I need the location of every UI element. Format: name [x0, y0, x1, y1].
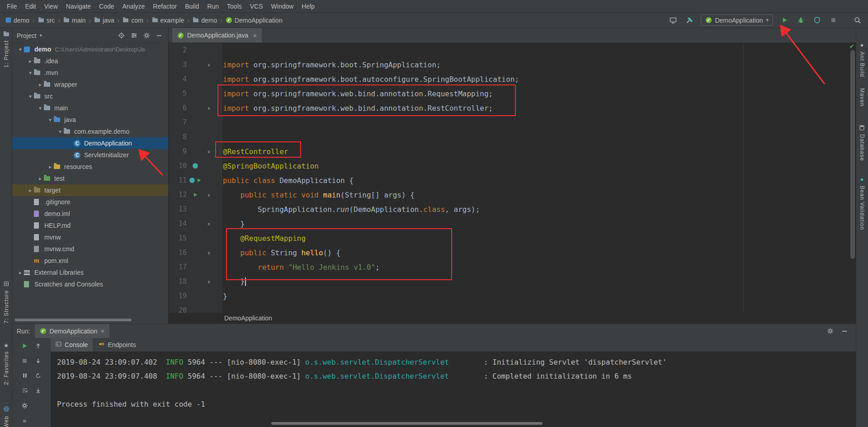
breadcrumb-item-main[interactable]: main: [63, 17, 85, 24]
run-button[interactable]: [779, 15, 789, 25]
tree-item-demo-iml[interactable]: demo.iml: [12, 208, 168, 220]
breadcrumb-item-example[interactable]: example: [152, 17, 184, 24]
soft-wrap-button[interactable]: [21, 386, 29, 394]
tree-item-external-libraries[interactable]: ▸External Libraries: [12, 267, 168, 278]
pause-output-button[interactable]: [21, 371, 29, 380]
menu-item-window[interactable]: Window: [267, 0, 298, 13]
close-icon[interactable]: ×: [253, 32, 257, 39]
tree-item-com-example-demo[interactable]: ▾com.example.demo: [12, 126, 168, 137]
menu-item-edit[interactable]: Edit: [21, 0, 40, 13]
fold-marker[interactable]: ∧: [204, 279, 214, 284]
stripe-bean-validation-button[interactable]: Bean Validation: [856, 177, 868, 230]
menu-item-refactor[interactable]: Refactor: [149, 0, 181, 13]
chevron-right-icon[interactable]: ▸: [17, 270, 24, 276]
chevron-down-icon[interactable]: ▾: [27, 70, 34, 76]
tree-item-pom-xml[interactable]: mpom.xml: [12, 255, 168, 267]
settings-icon[interactable]: [142, 31, 151, 40]
tree-item-mvnw[interactable]: mvnw: [12, 231, 168, 243]
inspections-ok-icon[interactable]: ✔: [849, 43, 854, 50]
stripe-web-button[interactable]: Web: [0, 406, 12, 427]
search-icon[interactable]: [853, 15, 863, 25]
chevron-down-icon[interactable]: ▾: [47, 117, 54, 123]
run-settings-icon[interactable]: [825, 326, 835, 336]
tree-item-help-md[interactable]: HELP.md: [12, 220, 168, 231]
console-settings-icon[interactable]: [21, 401, 29, 409]
view-options-button[interactable]: [129, 31, 138, 40]
breadcrumb-item-src[interactable]: src: [38, 17, 55, 24]
chevron-right-icon[interactable]: ▸: [27, 58, 34, 64]
editor-vscrollbar[interactable]: [850, 50, 855, 259]
chevron-down-icon[interactable]: ▾: [37, 105, 44, 111]
breadcrumb-item-com[interactable]: com: [123, 17, 143, 24]
spring-bean-icon[interactable]: [189, 176, 195, 185]
menu-item-tools[interactable]: Tools: [223, 0, 246, 13]
hide-panel-icon[interactable]: [840, 326, 849, 336]
editor-body[interactable]: 23∨import org.springframework.boot.Sprin…: [169, 43, 856, 324]
close-icon[interactable]: ×: [100, 327, 104, 335]
fold-marker[interactable]: ∨: [204, 250, 214, 255]
chevron-down-icon[interactable]: ▾: [40, 33, 42, 38]
chevron-right-icon[interactable]: ▸: [27, 188, 34, 193]
run-gutter-icon[interactable]: [196, 176, 202, 185]
editor-breadcrumb-item[interactable]: DemoApplication: [224, 314, 272, 322]
tree-item-main[interactable]: ▾main: [12, 102, 168, 114]
restore-layout-button[interactable]: [34, 371, 42, 380]
chevron-down-icon[interactable]: ▾: [27, 94, 34, 99]
tree-item-test[interactable]: ▸test: [12, 173, 168, 184]
breadcrumb-item-demo[interactable]: demo: [193, 17, 217, 24]
tab-console[interactable]: Console: [51, 338, 93, 352]
fold-marker[interactable]: ∨: [204, 62, 214, 67]
menu-item-navigate[interactable]: Navigate: [62, 0, 95, 13]
stop-button[interactable]: [828, 15, 838, 25]
stripe-project-button[interactable]: 1: Project: [0, 32, 12, 68]
chevron-down-icon[interactable]: ▾: [17, 47, 24, 52]
locate-file-button[interactable]: [117, 31, 126, 40]
scroll-to-end-button[interactable]: [34, 386, 42, 394]
menu-item-code[interactable]: Code: [95, 0, 118, 13]
project-hscrollbar[interactable]: [15, 319, 132, 321]
rerun-button[interactable]: [21, 342, 29, 350]
tab-endpoints[interactable]: Endpoints: [94, 338, 141, 352]
console-hscrollbar[interactable]: [271, 422, 542, 425]
up-stack-trace-button[interactable]: [34, 342, 42, 350]
tree-item-src[interactable]: ▾src: [12, 90, 168, 102]
tree-item-mvnw-cmd[interactable]: mvnw.cmd: [12, 243, 168, 255]
stop-button[interactable]: [21, 357, 29, 365]
fold-marker[interactable]: ∨: [204, 149, 214, 154]
tree-item-scratches-and-consoles[interactable]: Scratches and Consoles: [12, 278, 168, 290]
editor-code-area[interactable]: 23∨import org.springframework.boot.Sprin…: [169, 43, 856, 318]
tree-item-java[interactable]: ▾java: [12, 114, 168, 126]
tree-item-wrapper[interactable]: ▸wrapper: [12, 79, 168, 90]
fold-marker[interactable]: ∧: [204, 106, 214, 111]
debug-button[interactable]: [796, 15, 806, 25]
breadcrumb-item-java[interactable]: java: [94, 17, 114, 24]
hide-windows-icon[interactable]: [668, 15, 678, 25]
tree-item-servletinitializer[interactable]: CServletInitializer: [12, 149, 168, 161]
stripe-maven-button[interactable]: Maven: [856, 86, 868, 107]
tree-item--gitignore[interactable]: .gitignore: [12, 196, 168, 208]
gutter-icons[interactable]: [187, 162, 204, 170]
chevron-right-icon[interactable]: ▸: [37, 176, 44, 182]
stripe-favorites-button[interactable]: ★ 2: Favorites: [0, 343, 12, 385]
menu-item-build[interactable]: Build: [181, 0, 203, 13]
project-panel-title[interactable]: Project: [17, 32, 37, 39]
tree-item-target[interactable]: ▸target: [12, 184, 168, 196]
down-stack-trace-button[interactable]: [34, 357, 42, 365]
breadcrumb-item-demoapplication[interactable]: DemoApplication: [226, 17, 283, 24]
menu-item-vcs[interactable]: VCS: [246, 0, 267, 13]
fold-marker[interactable]: ∨: [204, 192, 214, 197]
menu-item-help[interactable]: Help: [297, 0, 319, 13]
more-options-button[interactable]: »: [21, 416, 29, 424]
tree-item--idea[interactable]: ▸.idea: [12, 55, 168, 67]
tree-item--mvn[interactable]: ▾.mvn: [12, 67, 168, 79]
menu-item-analyze[interactable]: Analyze: [118, 0, 149, 13]
run-tab-demoapplication[interactable]: DemoApplication ×: [35, 324, 110, 338]
coverage-button[interactable]: [812, 15, 822, 25]
chevron-right-icon[interactable]: ▸: [47, 164, 54, 170]
hide-panel-icon[interactable]: [155, 31, 164, 40]
run-gutter-icon[interactable]: [193, 191, 198, 199]
breadcrumb-item-demo[interactable]: demo: [5, 17, 29, 24]
menu-item-file[interactable]: File: [3, 0, 21, 13]
tree-item-demoapplication[interactable]: CDemoApplication: [12, 137, 168, 149]
fold-marker[interactable]: ∧: [204, 221, 214, 226]
